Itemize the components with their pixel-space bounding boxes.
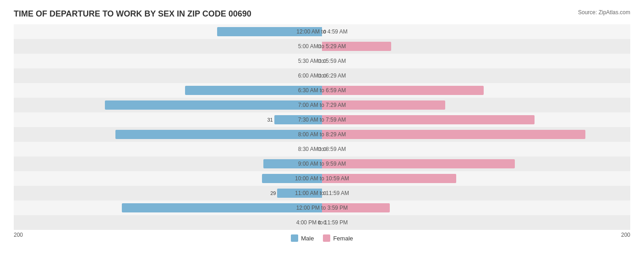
male-bar (115, 130, 322, 139)
male-value: 31 (267, 117, 273, 123)
chart-row: 7:30 AM to 7:59 AM 31138 (14, 112, 630, 127)
bar-area: 5:30 AM to 5:59 AM 00 (14, 54, 630, 68)
time-label: 11:00 AM to 11:59 AM (295, 190, 349, 196)
chart-row: 7:00 AM to 7:29 AM 14180 (14, 98, 630, 112)
female-bar (322, 115, 535, 124)
bar-area: 12:00 AM to 4:59 AM 680 (14, 24, 630, 39)
female-label: Female (333, 235, 353, 242)
bar-area: 4:00 PM to 11:59 PM 00 (14, 215, 630, 230)
bar-area: 6:30 AM to 6:59 AM 89105 (14, 83, 630, 98)
axis-left-label: 200 (14, 232, 23, 242)
female-swatch (323, 234, 330, 242)
time-label: 4:00 PM to 11:59 PM (296, 219, 348, 226)
chart-row: 5:30 AM to 5:59 AM 00 (14, 54, 630, 68)
chart-row: 8:00 AM to 8:29 AM 134171 (14, 127, 630, 142)
chart-area: 12:00 AM to 4:59 AM 680 5:00 AM to 5:29 … (14, 24, 630, 230)
chart-row: 8:30 AM to 8:59 AM 00 (14, 142, 630, 156)
bar-area: 10:00 AM to 10:59 AM 3987 (14, 171, 630, 186)
axis-right-label: 200 (621, 232, 630, 242)
bar-area: 5:00 AM to 5:29 AM 045 (14, 39, 630, 54)
male-swatch (291, 234, 298, 242)
chart-row: 6:30 AM to 6:59 AM 89105 (14, 83, 630, 98)
male-label: Male (301, 235, 314, 242)
female-bar (322, 159, 515, 168)
time-label: 5:00 AM to 5:29 AM (298, 43, 346, 50)
time-label: 12:00 AM to 4:59 AM (296, 28, 347, 35)
chart-container: TIME OF DEPARTURE TO WORK BY SEX IN ZIP … (0, 0, 644, 273)
time-label: 7:00 AM to 7:29 AM (298, 102, 346, 108)
chart-title: TIME OF DEPARTURE TO WORK BY SEX IN ZIP … (14, 9, 630, 19)
legend: Male Female (291, 234, 353, 242)
time-label: 9:00 AM to 9:59 AM (298, 161, 346, 167)
bar-area: 6:00 AM to 6:29 AM 00 (14, 68, 630, 83)
bar-area: 9:00 AM to 9:59 AM 38125 (14, 156, 630, 171)
source-text: Source: ZipAtlas.com (578, 9, 630, 16)
legend-female: Female (323, 234, 353, 242)
bar-area: 8:30 AM to 8:59 AM 00 (14, 142, 630, 156)
time-label: 7:30 AM to 7:59 AM (298, 117, 346, 123)
time-label: 6:00 AM to 6:29 AM (298, 72, 346, 79)
female-bar (322, 86, 484, 95)
chart-row: 11:00 AM to 11:59 AM 290 (14, 186, 630, 201)
chart-row: 5:00 AM to 5:29 AM 045 (14, 39, 630, 54)
time-label: 5:30 AM to 5:59 AM (298, 58, 346, 64)
female-bar (322, 130, 585, 139)
bar-area: 12:00 PM to 3:59 PM 13044 (14, 201, 630, 215)
time-label: 8:00 AM to 8:29 AM (298, 131, 346, 138)
chart-row: 12:00 PM to 3:59 PM 13044 (14, 201, 630, 215)
bar-area: 7:30 AM to 7:59 AM 31138 (14, 112, 630, 127)
time-label: 12:00 PM to 3:59 PM (296, 205, 348, 211)
time-label: 6:30 AM to 6:59 AM (298, 87, 346, 94)
chart-row: 4:00 PM to 11:59 PM 00 (14, 215, 630, 230)
bar-area: 7:00 AM to 7:29 AM 14180 (14, 98, 630, 112)
bar-area: 8:00 AM to 8:29 AM 134171 (14, 127, 630, 142)
chart-row: 10:00 AM to 10:59 AM 3987 (14, 171, 630, 186)
male-bar (122, 203, 322, 212)
chart-row: 9:00 AM to 9:59 AM 38125 (14, 156, 630, 171)
time-label: 10:00 AM to 10:59 AM (295, 175, 349, 182)
legend-male: Male (291, 234, 314, 242)
time-label: 8:30 AM to 8:59 AM (298, 146, 346, 152)
male-value: 29 (270, 190, 276, 196)
chart-row: 12:00 AM to 4:59 AM 680 (14, 24, 630, 39)
chart-row: 6:00 AM to 6:29 AM 00 (14, 68, 630, 83)
male-bar (105, 100, 322, 110)
axis-bottom: 200 Male Female 200 (14, 232, 630, 242)
bar-area: 11:00 AM to 11:59 AM 290 (14, 186, 630, 201)
